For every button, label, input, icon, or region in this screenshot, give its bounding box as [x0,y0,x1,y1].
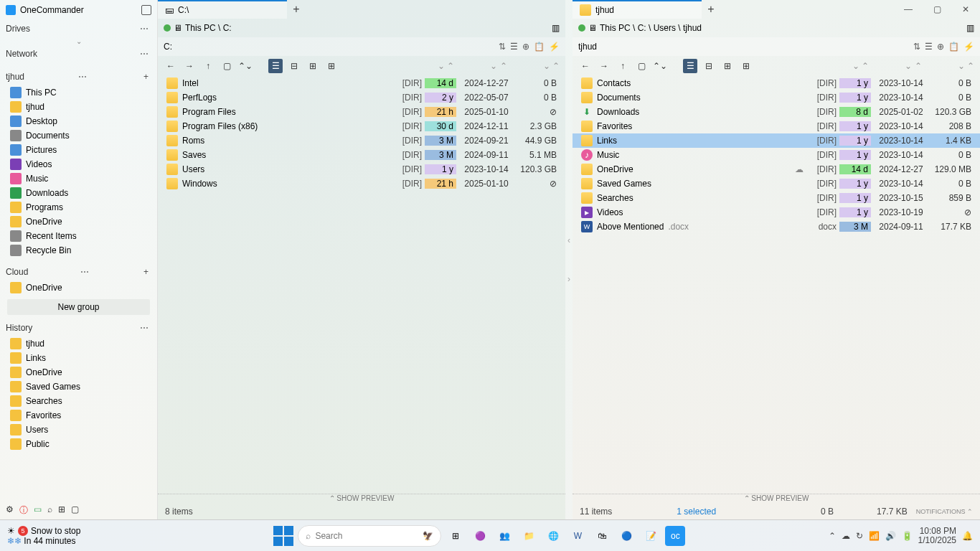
file-row[interactable]: Saves[DIR]3 M2024-09-115.1 MB [158,148,565,162]
tray-sync-icon[interactable]: ↻ [856,531,863,541]
teams-icon[interactable]: 👥 [494,526,514,546]
file-row[interactable]: PerfLogs[DIR]2 y2022-05-070 B [158,90,565,105]
sidebar-item[interactable]: Music [0,171,157,186]
sidebar-item[interactable]: Users [0,423,157,437]
dropdown-button[interactable]: ⌃⌄ [653,59,667,73]
list-icon[interactable]: ☰ [510,42,518,52]
file-row[interactable]: ♪ Music[DIR]1 y2023-10-140 B [573,148,980,162]
notepad-icon[interactable]: 📝 [641,526,661,546]
notifications-toggle[interactable]: NOTIFICATIONS ⌃ [916,508,973,515]
file-row[interactable]: Favorites[DIR]1 y2023-10-14208 B [573,119,980,133]
settings-icon[interactable]: ⚙ [6,504,14,517]
sidebar-item[interactable]: Videos [0,157,157,171]
file-row[interactable]: Searches[DIR]1 y2023-10-15859 B [573,191,980,205]
sort-col-2[interactable]: ⌄ ⌃ [905,61,921,71]
file-row[interactable]: Links[DIR]1 y2023-10-141.4 KB [573,133,980,148]
columns-icon[interactable]: ▥ [966,23,974,33]
cloud-add-icon[interactable]: + [141,267,151,277]
cloud-menu-icon[interactable]: ⋯ [77,267,92,277]
up-button[interactable]: ↑ [201,59,215,73]
paste-icon[interactable]: 📋 [534,42,545,52]
drive-icon[interactable]: ▭ [34,504,42,517]
columns-icon[interactable]: ▥ [552,23,560,33]
file-row[interactable]: Windows[DIR]21 h2025-01-10⊘ [158,176,565,191]
right-tab[interactable]: tjhud [573,0,702,19]
store-icon[interactable]: 🛍 [592,526,612,546]
close-button[interactable]: ✕ [951,4,980,14]
view-list-button[interactable]: ☰ [683,59,697,73]
tray-battery-icon[interactable]: 🔋 [902,531,913,541]
panel-toggle-icon[interactable] [141,5,151,15]
search-icon[interactable]: ⌕ [47,504,52,517]
file-row[interactable]: Program Files (x86)[DIR]30 d2024-12-112.… [158,119,565,133]
forward-button[interactable]: → [597,59,611,73]
sidebar-item[interactable]: Favorites [0,408,157,423]
sidebar-item[interactable]: Links [0,351,157,365]
notifications-icon[interactable]: 🔔 [962,531,973,541]
minimize-button[interactable]: ― [894,4,923,14]
file-row[interactable]: Contacts[DIR]1 y2023-10-140 B [573,76,980,90]
sidebar-item[interactable]: Searches [0,394,157,408]
file-row[interactable]: Program Files[DIR]21 h2025-01-10⊘ [158,105,565,119]
taskbar-clock[interactable]: 10:08 PM 1/10/2025 [918,527,956,545]
file-row[interactable]: ⬇ Downloads[DIR]8 d2025-01-02120.3 GB [573,105,980,119]
right-file-list[interactable]: Contacts[DIR]1 y2023-10-140 B Documents[… [573,76,980,494]
file-row[interactable]: ▸ Videos[DIR]1 y2023-10-19⊘ [573,205,980,220]
drives-menu-icon[interactable]: ⋯ [137,24,151,34]
add-tab-icon[interactable]: + [287,3,306,16]
copilot-icon[interactable]: 🟣 [470,526,490,546]
left-tab[interactable]: 🖴 C:\ [158,0,287,19]
right-preview-toggle[interactable]: ⌃ SHOW PREVIEW [573,494,980,504]
drives-header[interactable]: Drives ⋯ [0,20,157,37]
sidebar-item[interactable]: Desktop [0,114,157,128]
user-header[interactable]: tjhud ⋯ + [0,68,157,85]
dropdown-button[interactable]: ⌃⌄ [238,59,253,73]
sidebar-item[interactable]: Public [0,437,157,451]
word-icon[interactable]: W [567,526,588,546]
sidebar-item[interactable]: OneDrive [0,281,157,295]
path-text[interactable]: tjhud [578,42,597,52]
onecommander-icon[interactable]: oc [665,526,685,546]
explorer-icon[interactable]: 📁 [519,526,539,546]
file-row[interactable]: Documents[DIR]1 y2023-10-140 B [573,90,980,105]
file-row[interactable]: Users[DIR]1 y2023-10-14120.3 GB [158,162,565,176]
path-text[interactable]: C: [164,42,172,52]
sidebar-item[interactable]: Documents [0,128,157,143]
tray-onedrive-icon[interactable]: ☁ [842,531,850,541]
taskbar-search[interactable]: ⌕Search🦅 [298,525,441,547]
left-breadcrumb[interactable]: 🖥 This PC \ C: ▥ [158,19,565,37]
action-icon[interactable]: ⚡ [963,42,974,52]
right-breadcrumb[interactable]: 🖥 This PC \ C: \ Users \ tjhud ▥ [573,19,980,37]
sort-col-1[interactable]: ⌄ ⌃ [852,61,869,71]
user-menu-icon[interactable]: ⋯ [75,72,90,82]
drives-expand-icon[interactable]: ⌄ [0,37,157,45]
sidebar-item[interactable]: tjhud [0,100,157,114]
add-icon[interactable]: ⊕ [522,42,529,52]
up-button[interactable]: ↑ [616,59,630,73]
sidebar-item[interactable]: Saved Games [0,380,157,394]
list-icon[interactable]: ☰ [925,42,933,52]
maximize-button[interactable]: ▢ [923,4,951,14]
sidebar-item[interactable]: This PC [0,85,157,100]
network-header[interactable]: Network ⋯ [0,45,157,62]
cloud-header[interactable]: Cloud ⋯ + [0,263,157,281]
chat-icon[interactable]: ▢ [71,504,79,517]
history-menu-icon[interactable]: ⋯ [137,323,151,333]
file-row[interactable]: Saved Games[DIR]1 y2023-10-140 B [573,176,980,191]
view-compact-button[interactable]: ⊞ [720,59,735,73]
add-icon[interactable]: ⊕ [937,42,944,52]
folder-button[interactable]: ▢ [220,59,234,73]
sidebar-item[interactable]: Pictures [0,143,157,157]
view-details-button[interactable]: ⊟ [287,59,301,73]
file-row[interactable]: W Above Mentioned.docxdocx3 M2024-09-111… [573,220,980,234]
add-tab-icon[interactable]: + [702,3,720,16]
folder-button[interactable]: ▢ [634,59,649,73]
left-preview-toggle[interactable]: ⌃ SHOW PREVIEW [158,494,565,504]
forward-button[interactable]: → [182,59,197,73]
sidebar-item[interactable]: Recent Items [0,229,157,243]
chrome-icon[interactable]: 🔵 [616,526,636,546]
left-file-list[interactable]: Intel[DIR]14 d2024-12-270 B PerfLogs[DIR… [158,76,565,494]
history-header[interactable]: History ⋯ [0,319,157,336]
info-icon[interactable]: ⓘ [19,504,28,517]
sidebar-item[interactable]: Recycle Bin [0,243,157,258]
